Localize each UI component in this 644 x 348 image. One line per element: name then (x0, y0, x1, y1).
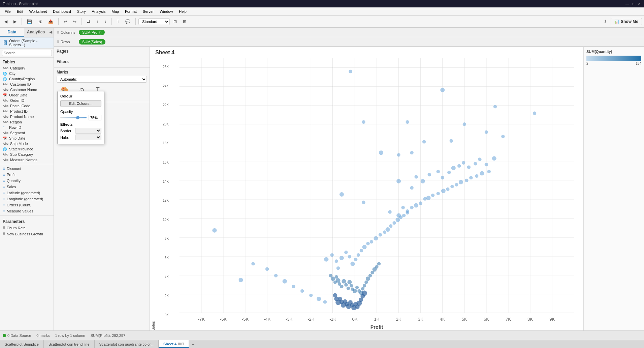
tab-analytics[interactable]: Analytics (24, 28, 48, 37)
sidebar-item-customername[interactable]: Abc Customer Name (0, 87, 54, 92)
sidebar-item-profit[interactable]: ≡ Profit (0, 172, 54, 178)
menu-server[interactable]: Server (140, 9, 156, 14)
sidebar-item-latitude[interactable]: ≡ Latitude (generated) (0, 190, 54, 196)
sidebar-item-newbusiness[interactable]: # New Business Growth (0, 231, 54, 237)
colour-popup: Colour Edit Colours... Opacity Effects B… (57, 91, 104, 144)
menu-analysis[interactable]: Analysis (89, 9, 108, 14)
menu-format[interactable]: Format (122, 9, 139, 14)
sidebar-item-label: Customer Name (10, 88, 37, 92)
menu-map[interactable]: Map (109, 9, 122, 14)
sidebar-item-subcategory[interactable]: Abc Sub-Category (0, 152, 54, 157)
svg-point-88 (336, 266, 340, 270)
maximize-button[interactable]: □ (631, 2, 635, 6)
sort-desc-button[interactable]: ↓ (102, 18, 109, 25)
forward-button[interactable]: ▶ (11, 18, 19, 25)
menu-window[interactable]: Window (157, 9, 175, 14)
fix-button[interactable]: ⊞ (181, 18, 189, 25)
sort-asc-button[interactable]: ↑ (94, 18, 101, 25)
sidebar-item-quantity[interactable]: ≡ Quantity (0, 178, 54, 184)
opacity-slider[interactable] (60, 117, 87, 118)
svg-point-77 (450, 185, 454, 188)
svg-point-108 (406, 211, 409, 214)
svg-point-45 (450, 139, 453, 142)
sidebar-item-category[interactable]: Abc Category (0, 65, 54, 71)
tab-sheet4[interactable]: Sheet 4 ⊞ ⊟ (159, 340, 189, 348)
sidebar-collapse-btn[interactable]: ◀ (48, 28, 54, 37)
menu-dashboard[interactable]: Dashboard (50, 9, 74, 14)
sidebar-item-label: Churn Rate (7, 226, 26, 230)
close-button[interactable]: ✕ (637, 2, 641, 6)
svg-text:2K: 2K (396, 317, 401, 322)
svg-point-53 (437, 170, 440, 173)
opacity-thumb[interactable] (76, 116, 79, 119)
text-button[interactable]: T (115, 18, 122, 25)
sidebar-item-rowid[interactable]: # Row ID (0, 125, 54, 130)
opacity-input[interactable] (89, 115, 101, 120)
tab-data[interactable]: Data (0, 28, 24, 37)
sidebar-item-orderscount[interactable]: ≡ Orders (Count) (0, 202, 54, 208)
left-sidebar: Data Analytics ◀ 🗄 Orders (Sample - Supe… (0, 28, 54, 330)
marks-type-select[interactable]: Automatic Bar Line Area Circle Shape Tex… (57, 76, 147, 83)
search-input[interactable] (2, 50, 52, 56)
tab-scatterplot-quadrante[interactable]: Scatterplot con quadrante color... (95, 340, 159, 348)
rows-grid-icon: ⊟ (57, 40, 59, 44)
sidebar-item-orderid[interactable]: Abc Order ID (0, 98, 54, 103)
swap-button[interactable]: ⇄ (85, 18, 93, 25)
menu-help[interactable]: Help (176, 9, 189, 14)
share-button[interactable]: ⤴ (602, 18, 609, 25)
publish-button[interactable]: 📤 (46, 18, 56, 25)
rows-pill[interactable]: SUM(Sales) (79, 39, 105, 45)
tab-scatterplot-semplice[interactable]: Scatterplot Semplice (0, 340, 44, 348)
sidebar-item-longitude[interactable]: ≡ Longitude (generated) (0, 196, 54, 202)
scatter-plot-svg[interactable]: -7K -6K -5K -4K -3K -2K -1K 0K 1K 2K 3K (170, 58, 583, 330)
columns-pill[interactable]: SUM(Profit) (79, 30, 105, 35)
sidebar-item-postalcode[interactable]: Abc Postal Code (0, 103, 54, 109)
tab-scatterplot-trend[interactable]: Scatterplot con trend line (44, 340, 95, 348)
print-button[interactable]: 🖨 (36, 18, 44, 25)
standard-select[interactable]: Standard (138, 18, 170, 25)
abc-icon: Abc (3, 142, 8, 145)
sidebar-item-orderdate[interactable]: 📅 Order Date (0, 92, 54, 98)
sidebar-item-segment[interactable]: Abc Segment (0, 130, 54, 136)
sidebar-item-discount[interactable]: ≡ Discount (0, 166, 54, 172)
abc-icon: Abc (3, 158, 8, 162)
sidebar-item-productname[interactable]: Abc Product Name (0, 114, 54, 119)
sidebar-item-shipmode[interactable]: Abc Ship Mode (0, 141, 54, 146)
menu-story[interactable]: Story (74, 9, 89, 14)
sidebar-item-region[interactable]: Abc Region (0, 119, 54, 125)
sidebar-item-city[interactable]: 🌐 City (0, 71, 54, 76)
add-sheet-button[interactable]: + (189, 340, 197, 348)
sidebar-item-churnrate[interactable]: # Churn Rate (0, 225, 54, 231)
data-source-indicator[interactable]: 0 Data Source (3, 334, 31, 338)
sidebar-item-customerid[interactable]: Abc Customer ID (0, 82, 54, 87)
datasource-item[interactable]: 🗄 Orders (Sample - Supers...) (0, 37, 54, 49)
svg-point-113 (336, 278, 340, 283)
sheet-title: Sheet 4 (150, 47, 583, 58)
halo-select[interactable] (75, 135, 101, 140)
undo-button[interactable]: ↩ (61, 18, 69, 25)
save-button[interactable]: 💾 (25, 18, 34, 25)
svg-point-112 (335, 275, 338, 279)
y-tick: 0K (158, 313, 169, 317)
sidebar-item-stateprovince[interactable]: 🌐 State/Province (0, 146, 54, 152)
show-me-button[interactable]: 📊 Show Me (611, 18, 642, 25)
svg-point-39 (485, 130, 488, 134)
menu-worksheet[interactable]: Worksheet (27, 9, 50, 14)
svg-point-51 (421, 179, 425, 183)
sidebar-item-productid[interactable]: Abc Product ID (0, 109, 54, 114)
sidebar-item-shipdate[interactable]: 📅 Ship Date (0, 136, 54, 141)
border-select[interactable] (75, 128, 101, 134)
menu-file[interactable]: File (2, 9, 13, 14)
edit-colours-button[interactable]: Edit Colours... (60, 100, 101, 107)
tooltip-button[interactable]: 💬 (123, 18, 133, 25)
minimize-button[interactable]: — (625, 2, 629, 6)
sidebar-item-measurenames[interactable]: Abc Measure Names (0, 157, 54, 163)
sidebar-item-sales[interactable]: ≡ Sales (0, 184, 54, 190)
back-button[interactable]: ◀ (2, 18, 10, 25)
sidebar-item-measurevalues[interactable]: ≡ Measure Values (0, 208, 54, 214)
y-tick: 16K (158, 161, 169, 164)
sidebar-item-country[interactable]: 🌐 Country/Region (0, 76, 54, 82)
fit-button[interactable]: ⊡ (171, 18, 179, 25)
redo-button[interactable]: ↪ (71, 18, 79, 25)
menu-edit[interactable]: Edit (14, 9, 26, 14)
